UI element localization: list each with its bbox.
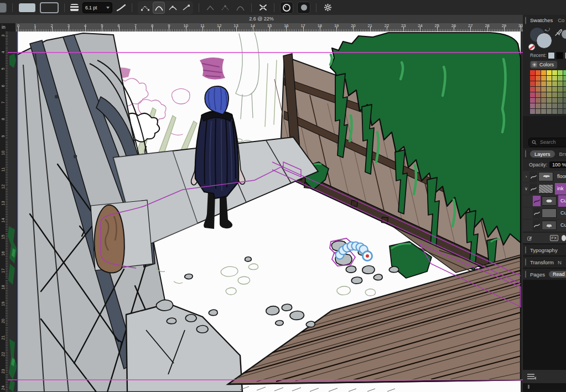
smart-node-tool-icon[interactable] [167, 2, 178, 13]
palette-swatch[interactable] [530, 92, 535, 97]
fill-color-swatch-button[interactable] [18, 3, 36, 13]
palette-swatch[interactable] [541, 92, 546, 97]
recent-swatch[interactable] [548, 52, 555, 59]
snapping-toggle-on-icon[interactable] [280, 2, 293, 14]
pen-line-tool-icon[interactable] [180, 2, 191, 13]
palette-swatch[interactable] [547, 81, 552, 86]
palette-swatch[interactable] [536, 92, 541, 97]
layer-row[interactable]: Curves [523, 195, 566, 207]
palette-swatch[interactable] [558, 98, 563, 103]
reader-tab[interactable]: Read [549, 271, 566, 278]
ruler-unit-label[interactable]: in [0, 23, 15, 32]
panel-drag-handle[interactable] [525, 247, 526, 254]
palette-swatch[interactable] [536, 87, 541, 92]
palette-swatch[interactable] [558, 81, 563, 86]
palette-swatch[interactable] [541, 76, 546, 81]
tab-swatches[interactable]: Swatches [530, 17, 553, 23]
palette-swatch[interactable] [541, 87, 546, 92]
palette-swatch[interactable] [558, 70, 563, 75]
palette-swatch[interactable] [541, 70, 546, 75]
palette-swatch[interactable] [530, 81, 535, 86]
palette-swatch[interactable] [530, 87, 535, 92]
layer-row[interactable]: Curves [523, 219, 566, 231]
sharp-corner-tool-icon[interactable] [139, 2, 150, 13]
fx-button[interactable]: FX [550, 235, 559, 241]
canvas-artboard[interactable] [8, 32, 523, 392]
transform-panel-header[interactable]: Transform N [523, 257, 566, 268]
typography-panel-header[interactable]: Typography [523, 244, 566, 255]
panel-drag-handle[interactable] [525, 150, 526, 158]
partial-tool-button[interactable] [0, 3, 7, 13]
palette-swatch[interactable] [547, 92, 552, 97]
palette-swatch[interactable] [552, 103, 557, 108]
break-curve-icon[interactable] [257, 2, 268, 13]
palette-swatch[interactable] [536, 98, 541, 103]
palette-swatch[interactable] [536, 76, 541, 81]
palette-swatch[interactable] [536, 103, 541, 108]
palette-swatch[interactable] [563, 70, 566, 75]
panel-drag-handle[interactable] [525, 17, 526, 24]
stroke-presets-icon[interactable] [70, 4, 79, 12]
palette-swatch[interactable] [530, 76, 535, 81]
palette-swatch[interactable] [563, 87, 566, 92]
tab-colour[interactable]: Co [558, 17, 564, 23]
palette-swatch[interactable] [541, 109, 546, 114]
mask-circle-icon[interactable] [562, 235, 566, 241]
palette-swatch[interactable] [558, 76, 563, 81]
palette-swatch[interactable] [563, 81, 566, 86]
palette-swatch[interactable] [552, 109, 557, 114]
palette-swatch[interactable] [552, 76, 557, 81]
palette-swatch[interactable] [536, 109, 541, 114]
palette-swatch[interactable] [547, 76, 552, 81]
palette-swatch[interactable] [530, 98, 535, 103]
stroke-width-dropdown[interactable]: 6.1 pt [82, 2, 112, 13]
palette-swatch[interactable] [552, 98, 557, 103]
palette-swatch[interactable] [530, 70, 535, 75]
navigator-tab[interactable]: N [558, 259, 562, 265]
panel-drag-handle[interactable] [525, 271, 526, 278]
tab-layers[interactable]: Layers [530, 150, 555, 158]
eyedropper-icon[interactable] [554, 29, 562, 39]
panel-drag-handle[interactable] [525, 259, 526, 266]
opacity-value[interactable]: 100 % [549, 161, 566, 168]
layer-row[interactable]: ∨ink [523, 183, 566, 195]
layer-expand-chevron[interactable]: › [523, 174, 529, 179]
palette-swatch[interactable] [563, 92, 566, 97]
smooth-node-tool-icon-selected[interactable] [153, 2, 165, 14]
palette-swatch[interactable] [552, 81, 557, 86]
brush-stroke-icon[interactable] [116, 3, 126, 12]
colors-category-dropdown[interactable]: Colors [530, 61, 557, 69]
palette-swatch[interactable] [547, 87, 552, 92]
palette-swatch[interactable] [552, 92, 557, 97]
layer-row[interactable]: Curves [523, 207, 566, 219]
palette-swatch[interactable] [558, 92, 563, 97]
recent-swatch[interactable] [556, 52, 563, 59]
edit-mask-icon[interactable] [527, 235, 532, 242]
palette-swatch[interactable] [536, 70, 541, 75]
palette-swatch[interactable] [563, 76, 566, 81]
palette-swatch[interactable] [558, 87, 563, 92]
pages-panel-header[interactable]: Pages Read [523, 269, 566, 280]
palette-swatch[interactable] [552, 70, 557, 75]
layer-row[interactable]: ›floor [523, 171, 566, 182]
stroke-color-swatch-button[interactable] [40, 2, 59, 13]
horizontal-ruler[interactable]: 0123456789101112131415161718192021222324… [15, 23, 523, 32]
palette-swatch[interactable] [547, 98, 552, 103]
palette-swatch[interactable] [563, 109, 566, 114]
palette-swatch[interactable] [541, 103, 546, 108]
list-options-icon[interactable] [527, 374, 534, 379]
search-box[interactable] [528, 138, 566, 147]
swap-colors-icon[interactable]: ⤾ [544, 26, 551, 34]
palette-swatch[interactable] [558, 103, 563, 108]
snapping-toggle-off-icon[interactable] [297, 2, 310, 14]
palette-swatch[interactable] [547, 70, 552, 75]
tab-brushes[interactable]: Brs [559, 151, 566, 157]
palette-swatch[interactable] [541, 81, 546, 86]
palette-swatch[interactable] [552, 87, 557, 92]
no-fill-icon[interactable] [528, 44, 535, 50]
secondary-color-circle[interactable] [562, 30, 566, 39]
fill-color-circle[interactable] [536, 33, 552, 49]
palette-swatch[interactable] [558, 109, 563, 114]
palette-swatch[interactable] [547, 109, 552, 114]
palette-swatch[interactable] [563, 103, 566, 108]
